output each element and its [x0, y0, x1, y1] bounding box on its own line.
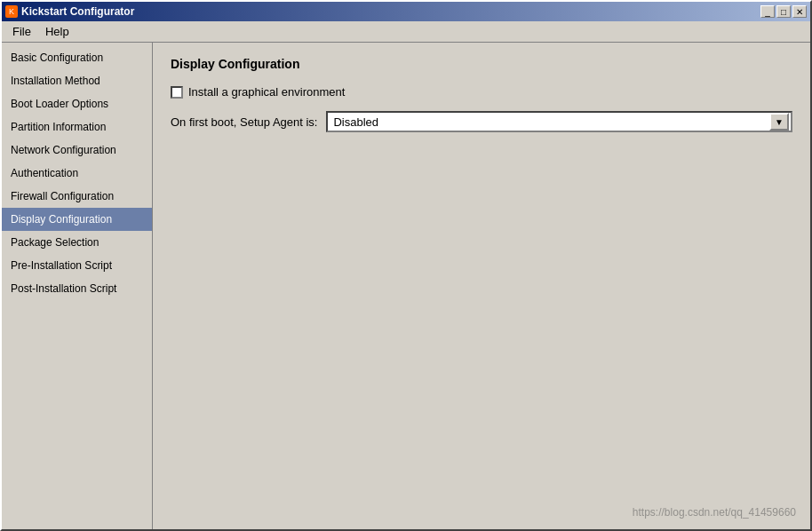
- minimize-button[interactable]: _: [760, 5, 775, 18]
- sidebar-item-installation-method[interactable]: Installation Method: [2, 69, 152, 92]
- sidebar-item-pre-installation-script[interactable]: Pre-Installation Script: [2, 254, 152, 277]
- setup-agent-row: On first boot, Setup Agent is: Disabled …: [171, 111, 792, 132]
- install-graphical-text: Install a graphical environment: [188, 85, 345, 99]
- panel-title: Display Configuration: [171, 57, 792, 71]
- sidebar-item-firewall-configuration[interactable]: Firewall Configuration: [2, 185, 152, 208]
- watermark: https://blog.csdn.net/qq_41459660: [633, 506, 796, 519]
- sidebar: Basic Configuration Installation Method …: [2, 43, 153, 529]
- install-graphical-label[interactable]: Install a graphical environment: [171, 85, 345, 99]
- window-controls: _ □ ✕: [760, 5, 807, 18]
- sidebar-item-authentication[interactable]: Authentication: [2, 162, 152, 185]
- install-graphical-row: Install a graphical environment: [171, 85, 792, 99]
- title-bar-left: K Kickstart Configurator: [5, 5, 134, 18]
- sidebar-item-network-configuration[interactable]: Network Configuration: [2, 139, 152, 162]
- sidebar-item-basic-configuration[interactable]: Basic Configuration: [2, 46, 152, 69]
- install-graphical-checkbox[interactable]: [171, 86, 183, 99]
- setup-agent-label: On first boot, Setup Agent is:: [171, 115, 317, 129]
- setup-agent-value: Disabled: [333, 115, 769, 129]
- maximize-button[interactable]: □: [776, 5, 791, 18]
- sidebar-item-display-configuration[interactable]: Display Configuration: [2, 208, 152, 231]
- title-bar: K Kickstart Configurator _ □ ✕: [2, 2, 810, 21]
- menu-file[interactable]: File: [5, 23, 38, 40]
- content-area: Basic Configuration Installation Method …: [2, 43, 810, 529]
- sidebar-item-post-installation-script[interactable]: Post-Installation Script: [2, 277, 152, 300]
- dropdown-arrow-icon[interactable]: ▼: [769, 113, 789, 131]
- main-window: K Kickstart Configurator _ □ ✕ File Help…: [0, 0, 812, 531]
- sidebar-item-package-selection[interactable]: Package Selection: [2, 231, 152, 254]
- menu-bar: File Help: [2, 21, 810, 43]
- app-icon: K: [5, 5, 18, 18]
- setup-agent-dropdown[interactable]: Disabled ▼: [326, 111, 792, 132]
- close-button[interactable]: ✕: [792, 5, 807, 18]
- main-panel: Display Configuration Install a graphica…: [153, 43, 810, 529]
- setup-agent-dropdown-container: Disabled ▼: [326, 111, 792, 132]
- sidebar-item-partition-information[interactable]: Partition Information: [2, 115, 152, 139]
- window-title: Kickstart Configurator: [21, 5, 134, 18]
- menu-help[interactable]: Help: [38, 23, 76, 40]
- sidebar-item-boot-loader-options[interactable]: Boot Loader Options: [2, 92, 152, 115]
